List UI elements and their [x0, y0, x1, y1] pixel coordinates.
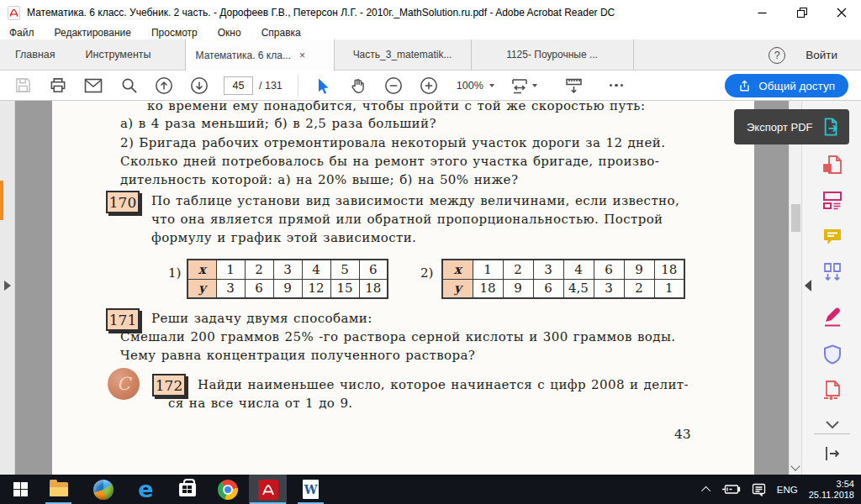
protect-tool[interactable] — [821, 343, 844, 366]
table-cell: 18 — [654, 260, 684, 279]
table-cell: 2 — [503, 260, 533, 279]
table-cell: 4 — [302, 260, 330, 279]
export-pdf-icon — [822, 117, 841, 137]
tab-tools[interactable]: Инструменты — [71, 39, 166, 70]
collapse-panel-button[interactable] — [821, 442, 844, 465]
page-display-button[interactable] — [557, 73, 592, 98]
share-button[interactable]: Общий доступ — [725, 74, 848, 97]
save-button[interactable] — [5, 73, 40, 98]
chrome-button[interactable] — [209, 475, 246, 504]
table-cell: 18 — [359, 279, 388, 298]
doc-text-line: По таблице установи вид зависимости межд… — [151, 193, 679, 208]
menu-edit[interactable]: Редактирование — [55, 27, 131, 39]
menu-window[interactable]: Окно — [218, 27, 241, 39]
page-number-input[interactable] — [224, 76, 253, 95]
clock-date: 25.11.2018 — [809, 490, 854, 501]
doc-text-line: Чему равна концентрация полученного раст… — [120, 348, 475, 363]
combine-files-tool[interactable] — [821, 260, 844, 284]
fit-width-icon — [510, 76, 529, 95]
microsoft-store-button[interactable] — [168, 475, 206, 504]
doc-text-line: а) в 4 раза меньший; б) в 2,5 раза больш… — [120, 116, 436, 131]
menu-file[interactable]: Файл — [9, 27, 34, 39]
book-page-number: 43 — [674, 427, 691, 442]
restore-button[interactable] — [782, 0, 821, 25]
export-pdf-label: Экспорт PDF — [747, 121, 814, 134]
previous-page-button[interactable] — [146, 73, 182, 98]
nav-pane-toggle-icon[interactable] — [4, 281, 11, 291]
tab-document-3[interactable]: 1125- Поурочные ... — [472, 39, 634, 70]
title-bar: Математика. 6 класс. Учебник. 2 часть. -… — [0, 0, 861, 25]
language-indicator[interactable]: ENG — [777, 485, 798, 495]
search-icon — [120, 76, 138, 94]
create-pdf-tool[interactable] — [821, 153, 844, 176]
start-button[interactable] — [2, 475, 40, 504]
tab-document-2[interactable]: Часть_3_matematik... — [335, 39, 472, 70]
fill-sign-tool[interactable] — [821, 305, 844, 328]
menu-help[interactable]: Справка — [261, 27, 301, 39]
table-cell: 4 — [563, 260, 594, 279]
zoom-in-button[interactable] — [411, 73, 446, 98]
table-label: 2) — [420, 265, 433, 281]
problem-number-badge: 171 — [106, 308, 140, 331]
print-button[interactable] — [40, 73, 76, 98]
search-button[interactable] — [111, 73, 146, 98]
pointer-icon — [314, 76, 332, 95]
edit-pdf-icon — [821, 189, 843, 211]
export-pdf-tooltip[interactable]: Экспорт PDF — [734, 109, 849, 144]
rail-divider — [814, 433, 850, 434]
scrollbar-thumb[interactable] — [791, 204, 800, 232]
create-pdf-icon — [821, 154, 843, 176]
select-tool-button[interactable] — [305, 73, 341, 98]
table-header-cell: y — [442, 279, 473, 298]
acrobat-icon — [258, 480, 278, 500]
store-icon — [179, 483, 196, 496]
next-page-button[interactable] — [182, 73, 217, 98]
plus-circle-icon — [420, 76, 438, 95]
hand-icon — [349, 76, 367, 94]
compress-pdf-icon — [821, 379, 843, 401]
zoom-level-dropdown[interactable]: 100% — [457, 80, 494, 92]
doc-text-line: формулу и график этой зависимости. — [151, 230, 416, 245]
browser-sphere-button[interactable] — [84, 475, 122, 504]
file-explorer-button[interactable] — [40, 475, 77, 504]
table-cell: 6 — [594, 260, 624, 279]
clock-time: 3:54 — [837, 479, 854, 490]
tab-document-active[interactable]: Математика. 6 кла... × — [185, 39, 335, 71]
table-cell: 3 — [594, 279, 624, 298]
word-button[interactable]: W — [292, 475, 330, 504]
menu-view[interactable]: Просмотр — [151, 27, 198, 39]
comment-tool[interactable] — [821, 225, 844, 249]
data-table-1: x123456y369121518 — [187, 259, 388, 299]
vertical-scrollbar[interactable] — [789, 101, 801, 475]
email-button[interactable] — [76, 73, 111, 98]
hand-tool-button[interactable] — [341, 73, 376, 98]
sign-in-button[interactable]: Войти — [806, 49, 837, 61]
edit-pdf-tool[interactable] — [821, 188, 844, 212]
table-cell: 6 — [245, 279, 273, 298]
battery-icon[interactable] — [721, 484, 741, 495]
action-center-icon[interactable] — [752, 483, 766, 496]
minimize-button[interactable] — [742, 0, 782, 25]
scroll-down-icon[interactable] — [790, 461, 800, 470]
table-cell: 6 — [359, 260, 388, 279]
zoom-level-value: 100% — [457, 80, 483, 92]
edge-button[interactable]: e — [127, 475, 165, 504]
taskbar-clock[interactable]: 3:54 25.11.2018 — [809, 479, 854, 501]
fit-width-dropdown[interactable] — [503, 73, 545, 98]
window-title: Математика. 6 класс. Учебник. 2 часть. -… — [27, 7, 615, 18]
table-cell: 15 — [330, 279, 359, 298]
doc-text-line: 2) Бригада рабочих отремонтировала некот… — [120, 135, 665, 150]
more-tools-button[interactable] — [599, 73, 634, 98]
acrobat-button[interactable] — [249, 475, 287, 504]
zoom-out-button[interactable] — [376, 73, 411, 98]
panel-collapse-arrow-icon[interactable] — [805, 280, 811, 291]
tab-home[interactable]: Главная — [0, 39, 71, 70]
close-button[interactable] — [821, 0, 861, 25]
arrow-down-circle-icon — [190, 76, 209, 95]
tab-close-icon[interactable]: × — [299, 50, 305, 61]
folder-icon — [50, 482, 68, 496]
table-cell: 3 — [533, 260, 563, 279]
doc-text-line: Сколько дней потребовалось бы на ремонт … — [120, 154, 659, 169]
compress-pdf-tool[interactable] — [821, 378, 844, 402]
help-icon[interactable]: ? — [769, 47, 785, 64]
